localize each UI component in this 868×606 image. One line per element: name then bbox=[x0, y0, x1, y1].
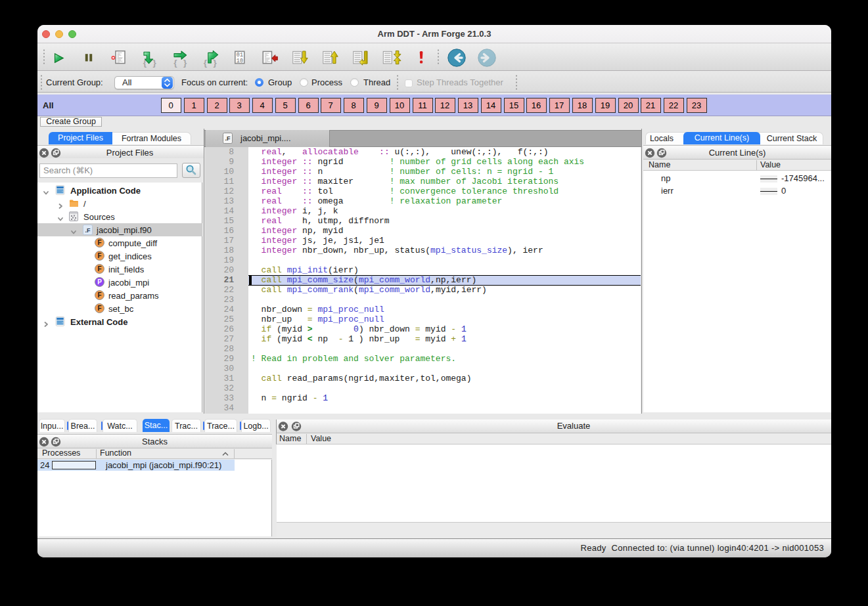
svg-text:{: { bbox=[204, 58, 207, 68]
svg-text:F: F bbox=[97, 239, 101, 246]
svg-text:F: F bbox=[97, 305, 101, 312]
svg-text:}: } bbox=[214, 58, 217, 68]
svg-text:.F: .F bbox=[225, 135, 231, 142]
svg-text:F: F bbox=[97, 292, 101, 299]
svg-text:F: F bbox=[97, 265, 101, 272]
svg-text:F: F bbox=[97, 252, 101, 259]
svg-text:}: } bbox=[183, 58, 187, 68]
svg-text:}: } bbox=[153, 58, 157, 68]
svg-text:10: 10 bbox=[237, 58, 243, 64]
svg-text:.F: .F bbox=[85, 227, 91, 234]
svg-text:P: P bbox=[97, 278, 102, 286]
svg-text:{: { bbox=[173, 58, 177, 68]
